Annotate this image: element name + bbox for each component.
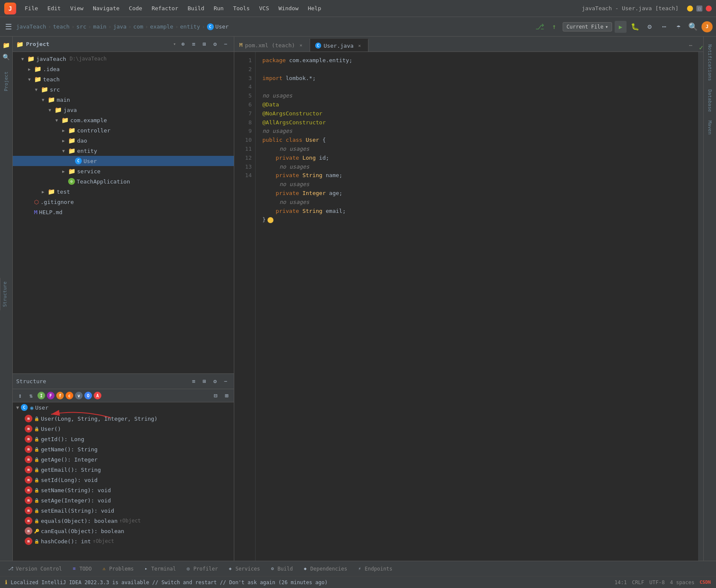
- service-folder[interactable]: ▶ 📁 service: [13, 166, 234, 176]
- project-dropdown-arrow[interactable]: ▾: [173, 41, 176, 47]
- structure-filter-icon[interactable]: ⊞: [200, 377, 209, 386]
- vcs-update-icon[interactable]: ↑: [548, 21, 560, 33]
- run-config-icon[interactable]: ⚙: [644, 21, 656, 33]
- close-button[interactable]: ×: [706, 6, 712, 11]
- package-folder[interactable]: ▼ 📁 com.example: [13, 115, 234, 125]
- cursor-position[interactable]: 14:1: [615, 579, 627, 585]
- terminal-tab[interactable]: ▸ Terminal: [139, 564, 180, 574]
- java-folder[interactable]: ▼ 📁 java: [13, 105, 234, 115]
- breadcrumb-main[interactable]: main: [93, 23, 106, 30]
- breadcrumb-com[interactable]: com: [133, 23, 143, 30]
- show-methods-icon[interactable]: v: [75, 392, 83, 399]
- filter-icon[interactable]: ⊞: [200, 40, 209, 49]
- entity-folder[interactable]: ▼ 📁 entity: [13, 146, 234, 156]
- menu-edit[interactable]: Edit: [43, 3, 65, 13]
- structure-side-tab[interactable]: Structure: [0, 278, 9, 310]
- tree-root[interactable]: ▼ 📁 javaTeach D:\javaTeach: [13, 54, 234, 64]
- breadcrumb-user[interactable]: User: [216, 23, 229, 30]
- breadcrumb-example[interactable]: example: [150, 23, 173, 30]
- struct-constructor1[interactable]: m 🔒 User(Long, String, Integer, String): [13, 413, 234, 424]
- struct-setid[interactable]: m 🔒 setId(Long): void: [13, 475, 234, 485]
- menu-code[interactable]: Code: [125, 3, 147, 13]
- struct-getage[interactable]: m 🔒 getAge(): Integer: [13, 454, 234, 465]
- menu-run[interactable]: Run: [210, 3, 228, 13]
- structure-minimize-icon[interactable]: −: [221, 377, 230, 386]
- locate-icon[interactable]: ⊕: [178, 40, 188, 49]
- project-toggle-icon[interactable]: ☰: [3, 22, 14, 32]
- src-folder[interactable]: ▼ 📁 src: [13, 84, 234, 95]
- dao-folder[interactable]: ▶ 📁 dao: [13, 135, 234, 146]
- project-tab-label[interactable]: Project: [2, 68, 11, 95]
- user-avatar[interactable]: J: [702, 21, 713, 32]
- collapse-all-icon[interactable]: ≡: [189, 40, 198, 49]
- structure-expand-icon[interactable]: ⊞: [222, 391, 231, 400]
- encoding[interactable]: UTF-8: [650, 579, 665, 585]
- maximize-button[interactable]: □: [696, 6, 702, 11]
- todo-tab[interactable]: ≡ TODO: [67, 564, 96, 574]
- maven-tab[interactable]: Maven: [705, 116, 714, 139]
- problems-tab[interactable]: ⚠ Problems: [97, 564, 138, 574]
- pomxml-close[interactable]: ×: [298, 42, 305, 49]
- gitignore-file[interactable]: ⬡ .gitignore: [13, 197, 234, 207]
- profiler-tab[interactable]: ◎ Profiler: [181, 564, 222, 574]
- struct-hashcode[interactable]: m 🔒 hashCode(): int ↑Object: [13, 536, 234, 546]
- struct-equals[interactable]: m 🔒 equals(Object): boolean ↑Object: [13, 516, 234, 526]
- show-constructors-icon[interactable]: c: [66, 392, 73, 399]
- search-everywhere-icon[interactable]: 🔍: [687, 21, 699, 33]
- teach-app-file[interactable]: ⚙ TeachApplication: [13, 176, 234, 186]
- breadcrumb-java[interactable]: java: [113, 23, 127, 30]
- menu-build[interactable]: Build: [184, 3, 209, 13]
- build-tab[interactable]: ⚙ Build: [265, 564, 297, 574]
- breadcrumb-project[interactable]: javaTeach: [16, 23, 46, 30]
- menu-file[interactable]: File: [20, 3, 42, 13]
- show-red-icon[interactable]: A: [94, 392, 101, 399]
- menu-help[interactable]: Help: [304, 3, 325, 13]
- menu-refactor[interactable]: Refactor: [147, 3, 183, 13]
- more-icon[interactable]: ⋯: [658, 21, 670, 33]
- show-inherited-icon[interactable]: I: [37, 392, 45, 399]
- user-file[interactable]: C User: [13, 156, 234, 166]
- structure-filter2-icon[interactable]: ⊟: [211, 391, 220, 400]
- dependencies-tab[interactable]: ◆ Dependencies: [298, 564, 352, 574]
- database-tab[interactable]: Database: [705, 85, 714, 116]
- menu-tools[interactable]: Tools: [229, 3, 254, 13]
- menu-vcs[interactable]: VCS: [255, 3, 273, 13]
- line-ending[interactable]: CRLF: [632, 579, 644, 585]
- code-editor[interactable]: package com.example.entity; import lombo…: [256, 52, 698, 561]
- structure-settings-icon[interactable]: ⚙: [210, 377, 220, 386]
- project-minimize-icon[interactable]: −: [221, 40, 230, 49]
- structure-class-row[interactable]: ▼ C ◉ User: [13, 402, 234, 413]
- show-lombok-icon[interactable]: f: [56, 392, 64, 399]
- struct-setname[interactable]: m 🔒 setName(String): void: [13, 485, 234, 495]
- current-file-button[interactable]: Current File ▾: [563, 22, 612, 32]
- struct-setage[interactable]: m 🔒 setAge(Integer): void: [13, 495, 234, 505]
- version-control-tab[interactable]: ⎇ Version Control: [3, 564, 66, 574]
- struct-constructor2[interactable]: m 🔒 User(): [13, 424, 234, 434]
- endpoints-tab[interactable]: ⚡ Endpoints: [352, 564, 397, 574]
- teach-folder[interactable]: ▼ 📁 teach: [13, 74, 234, 84]
- test-folder[interactable]: ▶ 📁 test: [13, 186, 234, 197]
- editor-scrollbar[interactable]: [698, 52, 703, 561]
- menu-navigate[interactable]: Navigate: [89, 3, 124, 13]
- tab-userjava[interactable]: C User.java ×: [310, 39, 368, 52]
- run-button[interactable]: ▶: [615, 21, 627, 33]
- structure-sort-icon[interactable]: ≡: [189, 377, 198, 386]
- idea-folder[interactable]: ▶ 📁 .idea: [13, 64, 234, 74]
- project-settings-icon[interactable]: ⚙: [210, 40, 220, 49]
- struct-getname[interactable]: m 🔒 getName(): String: [13, 444, 234, 454]
- show-blue-icon[interactable]: O: [84, 392, 92, 399]
- struct-getid[interactable]: m 🔒 getId(): Long: [13, 434, 234, 444]
- controller-folder[interactable]: ▶ 📁 controller: [13, 125, 234, 135]
- minimize-button[interactable]: −: [687, 6, 693, 11]
- menu-view[interactable]: View: [66, 3, 88, 13]
- show-fields-icon[interactable]: F: [47, 392, 55, 399]
- tab-more-button[interactable]: ⋯: [686, 39, 696, 52]
- helpmd-file[interactable]: M HELP.md: [13, 207, 234, 217]
- sort-type-icon[interactable]: ⇅: [26, 391, 36, 400]
- main-folder[interactable]: ▼ 📁 main: [13, 95, 234, 105]
- sort-alpha-icon[interactable]: ↕: [15, 391, 25, 400]
- struct-setemail[interactable]: m 🔒 setEmail(String): void: [13, 505, 234, 516]
- struct-getemail[interactable]: m 🔒 getEmail(): String: [13, 465, 234, 475]
- debug-button[interactable]: 🐛: [629, 21, 641, 33]
- git-branch-icon[interactable]: ⎇: [534, 21, 546, 33]
